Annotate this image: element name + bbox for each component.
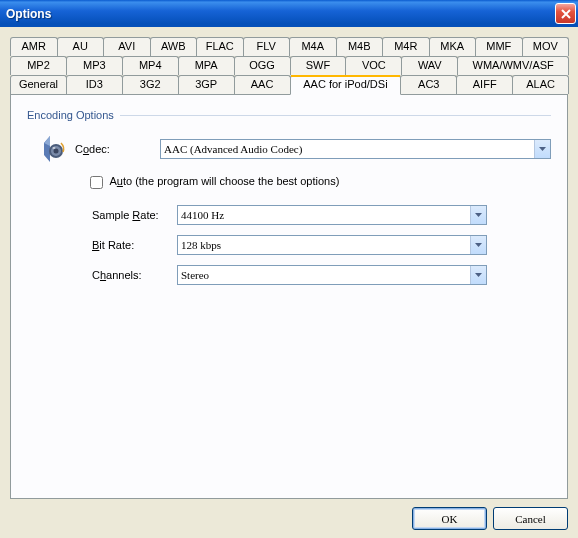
samplerate-value: 44100 Hz [181,209,224,221]
chevron-down-icon [539,147,546,151]
tab-flac[interactable]: FLAC [196,37,244,56]
svg-point-2 [54,149,59,154]
auto-checkbox-label[interactable]: Auto (the program will choose the best o… [90,175,339,189]
tab-m4a[interactable]: M4A [289,37,337,56]
tab-3gp[interactable]: 3GP [178,75,235,94]
tab-3g2[interactable]: 3G2 [122,75,179,94]
samplerate-select[interactable]: 44100 Hz [177,205,487,225]
samplerate-label: Sample Rate: [92,209,177,221]
dropdown-button[interactable] [470,266,486,284]
codec-value: AAC (Advanced Audio Codec) [164,143,302,155]
close-icon [561,9,571,19]
tab-mp3[interactable]: MP3 [66,56,123,75]
audio-codec-icon [35,133,67,165]
window-title: Options [6,7,555,21]
svg-point-3 [53,147,56,149]
tab-awb[interactable]: AWB [150,37,198,56]
tab-mmf[interactable]: MMF [475,37,523,56]
ok-button[interactable]: OK [412,507,487,530]
tab-m4r[interactable]: M4R [382,37,430,56]
tab-alac[interactable]: ALAC [512,75,569,94]
tab-voc[interactable]: VOC [345,56,402,75]
dropdown-button[interactable] [470,206,486,224]
tab-aiff[interactable]: AIFF [456,75,513,94]
tab-strip: AMRAUAVIAWBFLACFLVM4AM4BM4RMKAMMFMOV MP2… [10,37,568,94]
dropdown-button[interactable] [534,140,550,158]
close-button[interactable] [555,3,576,24]
bitrate-label: Bit Rate: [92,239,177,251]
tab-au[interactable]: AU [57,37,105,56]
tab-ogg[interactable]: OGG [234,56,291,75]
tab-general[interactable]: General [10,75,67,94]
auto-checkbox[interactable] [90,176,103,189]
dialog-buttons: OK Cancel [10,499,568,530]
tab-mov[interactable]: MOV [522,37,570,56]
cancel-button[interactable]: Cancel [493,507,568,530]
dropdown-button[interactable] [470,236,486,254]
chevron-down-icon [475,243,482,247]
tab-mka[interactable]: MKA [429,37,477,56]
tab-mpa[interactable]: MPA [178,56,235,75]
tab-m4b[interactable]: M4B [336,37,384,56]
tab-avi[interactable]: AVI [103,37,151,56]
bitrate-value: 128 kbps [181,239,221,251]
tab-mp4[interactable]: MP4 [122,56,179,75]
tab-aac[interactable]: AAC [234,75,291,94]
channels-value: Stereo [181,269,209,281]
tab-wav[interactable]: WAV [401,56,458,75]
tab-ac3[interactable]: AC3 [400,75,457,94]
tab-panel: Encoding Options Codec: [10,94,568,499]
titlebar: Options [0,0,578,27]
chevron-down-icon [475,273,482,277]
channels-select[interactable]: Stereo [177,265,487,285]
codec-label: Codec: [75,143,160,155]
tab-flv[interactable]: FLV [243,37,291,56]
tab-swf[interactable]: SWF [290,56,347,75]
chevron-down-icon [475,213,482,217]
channels-label: Channels: [92,269,177,281]
tab-aac-for-ipod-dsi[interactable]: AAC for iPod/DSi [290,75,402,95]
window-body: AMRAUAVIAWBFLACFLVM4AM4BM4RMKAMMFMOV MP2… [0,27,578,538]
tab-amr[interactable]: AMR [10,37,58,56]
tab-wma-wmv-asf[interactable]: WMA/WMV/ASF [457,56,569,75]
tab-id3[interactable]: ID3 [66,75,123,94]
group-encoding-options: Encoding Options [27,109,551,121]
bitrate-select[interactable]: 128 kbps [177,235,487,255]
codec-select[interactable]: AAC (Advanced Audio Codec) [160,139,551,159]
tab-mp2[interactable]: MP2 [10,56,67,75]
